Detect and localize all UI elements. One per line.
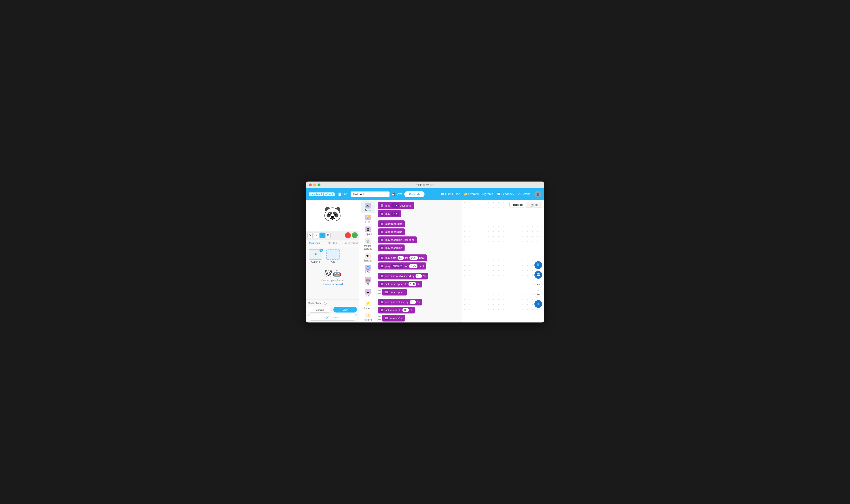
tab-sprites[interactable]: Sprites <box>324 240 341 247</box>
mode-switch: Mode Switch ⓘ Upload Live 🔗 Connect <box>306 300 359 323</box>
block-play-recording-until-done: play recording until done <box>378 236 460 243</box>
category-lan[interactable]: 🌐 LAN <box>360 264 375 275</box>
tab-background[interactable]: Background <box>341 240 359 247</box>
category-iot[interactable]: ☁ IoT <box>360 287 375 299</box>
category-sensing[interactable]: 👁 Sensing <box>360 252 375 263</box>
tab-devices[interactable]: Devices <box>306 240 324 247</box>
workspace-actions: 🔍 💬 ↩ ↪ = <box>534 261 542 308</box>
block-set-audio-speed: set audio speed to 100 % <box>378 281 460 287</box>
add-device-button[interactable]: + <box>326 249 340 260</box>
search-block-button[interactable]: 🔍 <box>534 261 542 269</box>
header: makeblock | mBlock 📄 File 💾 Save Publish… <box>306 188 544 200</box>
block-play-note: play note 60 for 0.25 beat <box>378 254 460 261</box>
sprite-placeholder: 🐼🤖 Connect your device How to use device… <box>308 267 357 288</box>
block-connector-icon <box>380 204 384 208</box>
block-connector-icon <box>380 308 384 312</box>
upload-mode-button[interactable]: Upload <box>308 307 332 312</box>
main-area: 🐼 ⤡ ▪ ▪ ⊞ Devices Sprites Background <box>306 200 544 323</box>
category-display[interactable]: 🖥 Display <box>360 225 375 237</box>
feedback-link[interactable]: 💬 Feedback <box>497 193 514 196</box>
sprite-preview: 🐼🤖 <box>324 270 341 277</box>
mode-buttons: Upload Live <box>308 307 357 312</box>
maximize-button[interactable] <box>318 183 320 186</box>
audio-icon: 🔊 <box>365 203 371 209</box>
events-label: Events <box>364 307 372 310</box>
block-connector-icon <box>380 300 384 304</box>
chat-button[interactable]: 💬 <box>534 271 542 279</box>
window-controls <box>309 183 320 186</box>
block-audio-speed-value: audio speed <box>378 289 460 295</box>
user-guide-link[interactable]: 📖 User Guide <box>441 193 460 196</box>
add-device-item[interactable]: + Add <box>325 249 341 263</box>
connect-link[interactable]: How to use device? <box>322 283 343 286</box>
block-connector-icon <box>385 290 389 294</box>
left-panel: 🐼 ⤡ ▪ ▪ ⊞ Devices Sprites Background <box>306 200 359 323</box>
device-cyberpi[interactable]: ✕ 🖥 CyberPi <box>308 249 323 263</box>
live-mode-button[interactable]: Live <box>333 307 357 312</box>
start-button[interactable] <box>352 232 358 238</box>
category-events[interactable]: ⚡ Events <box>360 300 375 311</box>
category-motion-sensing[interactable]: 📡 Motion Sensing <box>360 237 375 251</box>
title-bar: mBlock v5.4.3 <box>306 181 544 188</box>
connect-hint: Connect your device <box>321 279 343 282</box>
brand-logo: makeblock | mBlock <box>309 193 335 196</box>
sprite-section: 🐼🤖 Connect your device How to use device… <box>306 265 359 300</box>
connect-button[interactable]: 🔗 Connect <box>308 314 357 321</box>
block-connector-icon <box>380 238 384 242</box>
fit-screen-button[interactable]: ⤡ <box>307 233 313 238</box>
block-start-recording: start recording <box>378 220 460 227</box>
category-audio[interactable]: 🔊 Audio <box>360 201 375 213</box>
file-menu[interactable]: 📄 File <box>336 192 349 197</box>
view-mode-buttons: ▪ ▪ ⊞ <box>314 233 331 238</box>
stage-area: 🐼 <box>306 200 359 231</box>
tab-python[interactable]: Python <box>526 202 542 208</box>
volume-checkbox[interactable] <box>378 317 381 320</box>
redo-button[interactable]: ↪ <box>534 290 542 298</box>
publish-button[interactable]: Publish <box>404 191 425 197</box>
close-button[interactable] <box>309 183 312 186</box>
minimize-button[interactable] <box>313 183 316 186</box>
block-gap <box>378 297 460 299</box>
save-button[interactable]: 💾 Save <box>391 193 402 196</box>
events-icon: ⚡ <box>365 301 371 306</box>
project-title-input[interactable] <box>351 192 390 197</box>
device-thumb-cyberpi: ✕ 🖥 <box>309 249 322 260</box>
block-play-hi-until-done: play hi ▾ until done <box>378 202 460 209</box>
undo-button[interactable]: ↩ <box>534 281 542 288</box>
category-control[interactable]: ⚙ Control <box>360 311 375 323</box>
block-stop-recording: stop recording <box>378 229 460 235</box>
block-play-recording: play recording <box>378 245 460 251</box>
stop-button[interactable] <box>345 232 351 238</box>
user-avatar[interactable]: 👤 <box>534 191 541 198</box>
device-remove-button[interactable]: ✕ <box>319 249 323 252</box>
title-text: mBlock v5.4.3 <box>416 183 434 187</box>
tab-blocks[interactable]: Blocks <box>510 202 526 208</box>
category-led[interactable]: 💡 LED <box>360 213 375 225</box>
led-icon: 💡 <box>365 215 371 220</box>
block-connector-icon <box>380 246 384 250</box>
workspace: Blocks Python 🔍 💬 ↩ ↪ = <box>462 200 544 323</box>
stage-controls: ⤡ ▪ ▪ ⊞ <box>306 231 359 240</box>
iot-label: IoT <box>366 295 369 298</box>
device-label-cyberpi: CyberPi <box>311 260 320 263</box>
view-medium-button[interactable]: ▪ <box>319 233 325 238</box>
brand: makeblock | mBlock <box>309 193 335 196</box>
block-connector-icon <box>380 212 384 216</box>
sensing-label: Sensing <box>363 259 372 262</box>
category-panel: 🔊 Audio 💡 LED 🖥 Display 📡 Motion Sensing… <box>359 200 376 323</box>
add-device-label: Add <box>331 260 335 263</box>
audio-label: Audio <box>365 209 371 212</box>
block-set-volume: set volume to 30 % <box>378 307 460 313</box>
view-small-button[interactable]: ▪ <box>314 233 319 238</box>
example-programs-link[interactable]: 📁 Example Programs <box>464 193 493 196</box>
setting-link[interactable]: ⚙ Setting <box>518 193 531 196</box>
category-ai[interactable]: 🤖 AI <box>360 275 375 287</box>
view-large-button[interactable]: ⊞ <box>325 233 331 238</box>
control-label: Control <box>364 319 372 322</box>
block-volume-value: volume(%) <box>378 315 460 322</box>
control-icon: ⚙ <box>365 312 371 318</box>
fit-button[interactable]: = <box>534 300 542 308</box>
block-connector-icon <box>380 230 384 234</box>
ai-icon: 🤖 <box>365 277 371 283</box>
audio-speed-checkbox[interactable] <box>378 290 381 294</box>
